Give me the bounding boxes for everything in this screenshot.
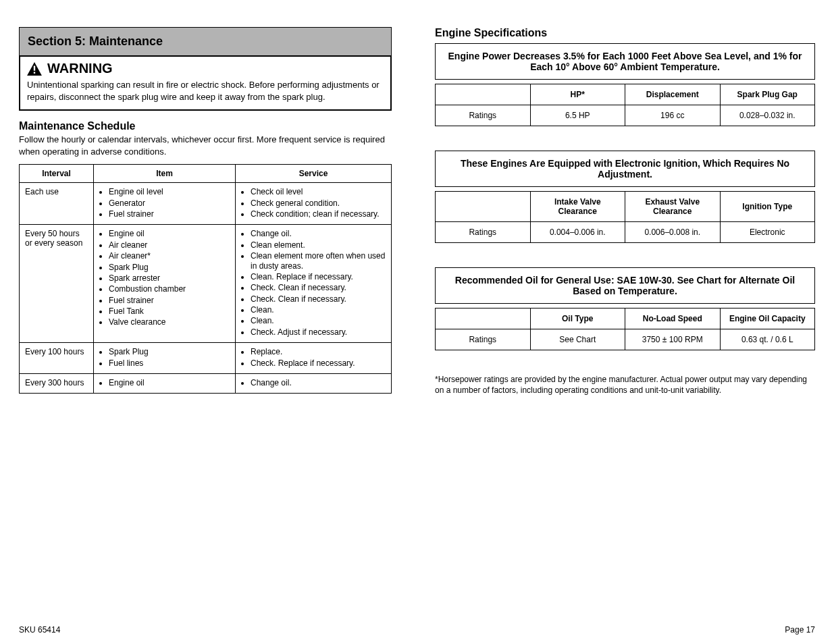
- table-row: Ratings0.004–0.006 in.0.006–0.008 in.Ele…: [436, 222, 815, 243]
- interval-cell: Every 50 hours or every season: [20, 225, 94, 343]
- hp-footnote: *Horsepower ratings are provided by the …: [435, 375, 815, 396]
- list-item: Fuel Tank: [109, 306, 230, 316]
- list-item: Air cleaner*: [109, 251, 230, 261]
- service-cell: Change oil.: [236, 374, 392, 394]
- list-item: Engine oil: [109, 229, 230, 238]
- table-row: Every 50 hours or every seasonEngine oil…: [20, 225, 392, 343]
- list-item: Engine oil: [109, 378, 230, 387]
- interval-cell: Each use: [20, 183, 94, 225]
- spec-cell: Ratings: [436, 105, 531, 126]
- warning-box: WARNING Unintentional sparking can resul…: [19, 55, 392, 111]
- col-header: Engine Oil Capacity: [720, 308, 815, 329]
- table-row: RatingsSee Chart3750 ± 100 RPM0.63 qt. /…: [436, 329, 815, 350]
- spec-block-title: Engine Power Decreases 3.5% for Each 100…: [435, 43, 815, 80]
- spec-block-title: Recommended Oil for General Use: SAE 10W…: [435, 267, 815, 304]
- list-item: Check. Adjust if necessary.: [251, 327, 386, 337]
- maint-schedule-heading: Maintenance Schedule: [19, 120, 392, 132]
- list-item: Change oil.: [251, 378, 386, 387]
- interval-cell: Every 300 hours: [20, 374, 94, 394]
- table-row: HP*DisplacementSpark Plug Gap: [436, 84, 815, 105]
- list-item: Clean element more often when used in du…: [251, 251, 386, 271]
- list-item: Fuel strainer: [109, 296, 230, 305]
- list-item: Generator: [109, 198, 230, 208]
- table-row: Every 100 hoursSpark PlugFuel linesRepla…: [20, 343, 392, 374]
- items-cell: Spark PlugFuel lines: [94, 343, 236, 374]
- list-item: Combustion chamber: [109, 284, 230, 294]
- spec-cell: Electronic: [720, 222, 815, 243]
- items-cell: Engine oilAir cleanerAir cleaner*Spark P…: [94, 225, 236, 343]
- table-row: Every 300 hoursEngine oilChange oil.: [20, 374, 392, 394]
- list-item: Engine oil level: [109, 187, 230, 196]
- maintenance-table: Interval Item Service Each useEngine oil…: [19, 164, 392, 394]
- col-header: No-Load Speed: [625, 308, 721, 329]
- spec-table: Intake Valve ClearanceExhaust Valve Clea…: [435, 191, 815, 243]
- list-item: Check. Clean if necessary.: [251, 294, 386, 304]
- warning-label: WARNING: [47, 61, 113, 76]
- col-header: Displacement: [625, 84, 721, 105]
- spec-cell: 196 cc: [625, 105, 721, 126]
- engine-specs-heading: Engine Specifications: [435, 27, 815, 39]
- spec-cell: Ratings: [436, 222, 531, 243]
- list-item: Fuel strainer: [109, 209, 230, 219]
- col-header: [436, 308, 531, 329]
- col-header: [436, 84, 531, 105]
- col-header-interval: Interval: [20, 165, 94, 183]
- section-title-bar: Section 5: Maintenance: [19, 27, 392, 55]
- table-row: Oil TypeNo-Load SpeedEngine Oil Capacity: [436, 308, 815, 329]
- svg-rect-1: [34, 72, 35, 73]
- list-item: Clean element.: [251, 240, 386, 250]
- footer-page: Page 17: [785, 625, 815, 635]
- warning-body: Unintentional sparking can result in fir…: [27, 79, 384, 103]
- list-item: Spark Plug: [109, 347, 230, 356]
- list-item: Spark arrester: [109, 273, 230, 283]
- spec-block: These Engines Are Equipped with Electron…: [435, 151, 815, 243]
- spec-block-title: These Engines Are Equipped with Electron…: [435, 151, 815, 187]
- col-header: Intake Valve Clearance: [530, 192, 625, 222]
- service-cell: Check oil levelCheck general condition.C…: [236, 183, 392, 225]
- list-item: Check general condition.: [251, 198, 386, 208]
- spec-table: HP*DisplacementSpark Plug GapRatings6.5 …: [435, 84, 815, 126]
- page: Section 5: Maintenance WARNING Unintenti…: [0, 0, 834, 644]
- spec-cell: 0.004–0.006 in.: [530, 222, 625, 243]
- list-item: Clean. Replace if necessary.: [251, 272, 386, 281]
- interval-cell: Every 100 hours: [20, 343, 94, 374]
- col-header-service: Service: [236, 165, 392, 183]
- spec-block: Recommended Oil for General Use: SAE 10W…: [435, 267, 815, 350]
- spec-cell: See Chart: [530, 329, 625, 350]
- warning-icon: [27, 62, 42, 76]
- table-row: Interval Item Service: [20, 165, 392, 183]
- list-item: Clean.: [251, 316, 386, 325]
- spec-cell: 3750 ± 100 RPM: [625, 329, 721, 350]
- spec-cell: 0.63 qt. / 0.6 L: [720, 329, 815, 350]
- col-header: Ignition Type: [720, 192, 815, 222]
- list-item: Air cleaner: [109, 240, 230, 250]
- col-header: Spark Plug Gap: [720, 84, 815, 105]
- col-header-item: Item: [94, 165, 236, 183]
- list-item: Fuel lines: [109, 358, 230, 368]
- items-cell: Engine oil levelGeneratorFuel strainer: [94, 183, 236, 225]
- items-cell: Engine oil: [94, 374, 236, 394]
- service-cell: Change oil.Clean element.Clean element m…: [236, 225, 392, 343]
- maint-schedule-intro: Follow the hourly or calendar intervals,…: [19, 134, 392, 157]
- right-column: Engine Specifications Engine Power Decre…: [435, 27, 815, 630]
- left-column: Section 5: Maintenance WARNING Unintenti…: [19, 27, 392, 630]
- col-header: Exhaust Valve Clearance: [625, 192, 721, 222]
- list-item: Check. Replace if necessary.: [251, 358, 386, 368]
- spec-cell: 0.028–0.032 in.: [720, 105, 815, 126]
- list-item: Replace.: [251, 347, 386, 356]
- list-item: Clean.: [251, 305, 386, 315]
- list-item: Check oil level: [251, 187, 386, 196]
- col-header: HP*: [530, 84, 625, 105]
- col-header: Oil Type: [530, 308, 625, 329]
- warning-header: WARNING: [27, 61, 384, 76]
- table-row: Ratings6.5 HP196 cc0.028–0.032 in.: [436, 105, 815, 126]
- section-title: Section 5: Maintenance: [28, 34, 163, 48]
- spec-cell: 6.5 HP: [530, 105, 625, 126]
- list-item: Change oil.: [251, 229, 386, 238]
- footer-sku: SKU 65414: [19, 625, 60, 635]
- list-item: Check condition; clean if necessary.: [251, 209, 386, 219]
- service-cell: Replace.Check. Replace if necessary.: [236, 343, 392, 374]
- list-item: Check. Clean if necessary.: [251, 283, 386, 292]
- svg-rect-0: [34, 65, 35, 70]
- list-item: Spark Plug: [109, 263, 230, 272]
